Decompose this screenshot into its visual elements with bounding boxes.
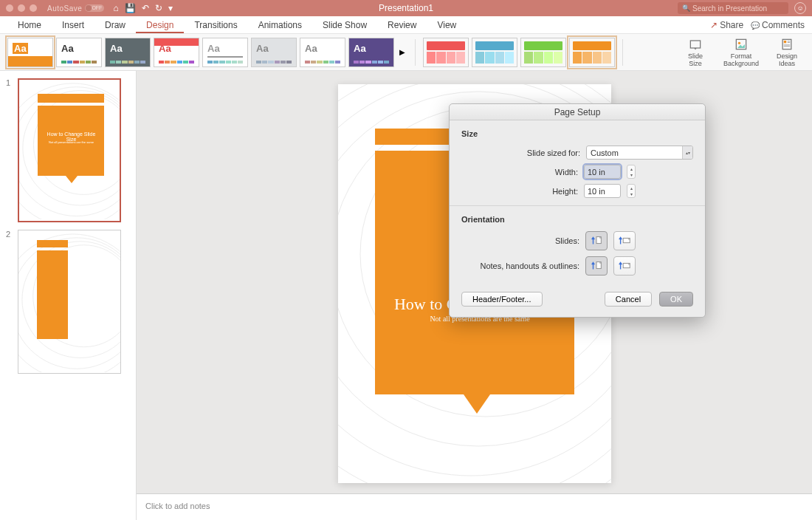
slide-panel: 1 How to Change Slide Size Not all prese… bbox=[0, 71, 137, 520]
svg-rect-4 bbox=[784, 41, 786, 43]
theme-thumb-6[interactable]: Aa bbox=[251, 38, 297, 67]
cancel-button[interactable]: Cancel bbox=[605, 292, 652, 307]
home-icon[interactable]: ⌂ bbox=[113, 3, 118, 13]
design-ribbon: Aa Aa Aa Aa Aa Aa Aa Aa ▶ bbox=[0, 34, 812, 71]
theme-thumb-5[interactable]: Aa bbox=[202, 38, 248, 67]
account-icon[interactable]: ☺ bbox=[794, 2, 806, 14]
tab-draw[interactable]: Draw bbox=[94, 17, 136, 33]
window-controls[interactable] bbox=[6, 4, 37, 12]
slide-thumb-2[interactable] bbox=[18, 230, 121, 374]
orientation-section-label: Orientation bbox=[461, 215, 693, 224]
theme-thumb-3[interactable]: Aa bbox=[105, 38, 151, 67]
height-label: Height: bbox=[552, 187, 578, 196]
title-bar: AutoSave OFF ⌂ 💾 ↶ ↻ ▾ Presentation1 Sea… bbox=[0, 0, 812, 16]
min-dot[interactable] bbox=[18, 4, 25, 12]
svg-point-2 bbox=[738, 41, 740, 44]
tab-insert[interactable]: Insert bbox=[52, 17, 94, 33]
size-section-label: Size bbox=[461, 129, 693, 138]
slides-orientation-label: Slides: bbox=[555, 236, 579, 245]
slide-number-1: 1 bbox=[6, 78, 13, 222]
tab-view[interactable]: View bbox=[427, 17, 467, 33]
theme-thumb-2[interactable]: Aa bbox=[56, 38, 102, 67]
theme-thumb-4[interactable]: Aa bbox=[154, 38, 199, 67]
height-input[interactable]: 10 in bbox=[584, 184, 621, 198]
redo-icon[interactable]: ↻ bbox=[155, 3, 162, 13]
tab-slideshow[interactable]: Slide Show bbox=[312, 17, 377, 33]
notes-orientation-label: Notes, handouts & outlines: bbox=[480, 261, 579, 270]
dialog-title: Page Setup bbox=[450, 104, 705, 120]
zoom-dot[interactable] bbox=[30, 4, 37, 12]
tab-home[interactable]: Home bbox=[7, 17, 52, 33]
autosave-toggle[interactable]: OFF bbox=[85, 4, 104, 12]
variant-blue[interactable] bbox=[472, 38, 517, 67]
notes-portrait-button[interactable] bbox=[585, 256, 608, 276]
variant-orange[interactable] bbox=[569, 38, 615, 67]
autosave-label: AutoSave bbox=[47, 4, 82, 13]
theme-thumb-8[interactable]: Aa bbox=[348, 38, 394, 67]
quick-access-toolbar: ⌂ 💾 ↶ ↻ ▾ bbox=[113, 3, 172, 13]
notes-pane[interactable]: Click to add notes bbox=[137, 493, 812, 520]
design-ideas-button[interactable]: Design Ideas bbox=[769, 37, 805, 68]
width-input[interactable]: 10 in bbox=[584, 165, 621, 179]
header-footer-button[interactable]: Header/Footer... bbox=[461, 292, 543, 307]
ok-button[interactable]: OK bbox=[659, 292, 693, 307]
ribbon-tabs: Home Insert Draw Design Transitions Anim… bbox=[0, 16, 812, 34]
slide-number-2: 2 bbox=[6, 230, 13, 374]
share-button[interactable]: Share bbox=[710, 20, 743, 30]
undo-icon[interactable]: ↶ bbox=[142, 3, 149, 13]
svg-rect-0 bbox=[690, 41, 700, 48]
theme-thumb-1[interactable]: Aa bbox=[7, 38, 53, 67]
theme-thumb-7[interactable]: Aa bbox=[300, 38, 345, 67]
height-stepper[interactable]: ▴▾ bbox=[627, 184, 636, 198]
variant-red[interactable] bbox=[423, 38, 469, 67]
slide-size-button[interactable]: Slide Size bbox=[678, 37, 713, 68]
search-input[interactable]: Search in Presentation bbox=[678, 2, 788, 14]
width-stepper[interactable]: ▴▾ bbox=[627, 165, 636, 179]
customize-icon[interactable]: ▾ bbox=[168, 3, 173, 13]
slide-sized-for-select[interactable]: Custom ▴▾ bbox=[586, 146, 693, 160]
width-label: Width: bbox=[555, 168, 578, 177]
slides-portrait-button[interactable] bbox=[585, 231, 608, 250]
slide-sized-for-label: Slide sized for: bbox=[527, 148, 580, 157]
page-setup-dialog: Page Setup Size Slide sized for: Custom … bbox=[449, 103, 706, 318]
tab-animations[interactable]: Animations bbox=[248, 17, 312, 33]
close-dot[interactable] bbox=[6, 4, 13, 12]
slides-landscape-button[interactable] bbox=[613, 231, 636, 250]
comments-button[interactable]: Comments bbox=[751, 20, 805, 30]
tab-transitions[interactable]: Transitions bbox=[184, 17, 247, 33]
save-icon[interactable]: 💾 bbox=[125, 3, 136, 13]
window-title: Presentation1 bbox=[379, 3, 433, 13]
notes-landscape-button[interactable] bbox=[613, 256, 636, 276]
themes-more-arrow[interactable]: ▶ bbox=[397, 38, 407, 67]
format-background-button[interactable]: Format Background bbox=[723, 37, 759, 68]
tab-design[interactable]: Design bbox=[136, 17, 184, 33]
slide-thumb-1[interactable]: How to Change Slide Size Not all present… bbox=[18, 78, 121, 222]
variant-green[interactable] bbox=[520, 38, 566, 67]
tab-review[interactable]: Review bbox=[377, 17, 427, 33]
